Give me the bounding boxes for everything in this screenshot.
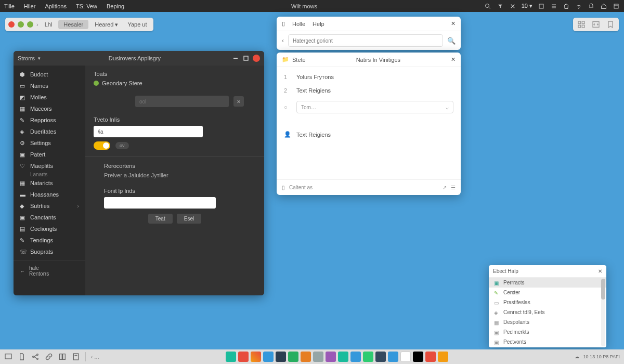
- help-item-2[interactable]: ▭Prastifeslas: [489, 297, 606, 307]
- help-item-4[interactable]: ▦Despolants: [489, 317, 606, 327]
- app-8[interactable]: [313, 352, 323, 362]
- app-terminal[interactable]: [413, 352, 423, 362]
- sidebar-item-2[interactable]: ◩Moiles: [14, 92, 85, 103]
- sidebar-item-7[interactable]: ▣Patert: [14, 149, 85, 160]
- help-item-3[interactable]: ◈Cenract tdl9, Eets: [489, 307, 606, 317]
- app-chrome[interactable]: [400, 352, 411, 362]
- home-icon[interactable]: [600, 3, 607, 10]
- close-icon[interactable]: [509, 3, 516, 10]
- back-button[interactable]: ‹: [282, 37, 284, 44]
- menu-item-3[interactable]: Aplitions: [45, 3, 67, 9]
- notes-close-button[interactable]: ✕: [451, 56, 456, 63]
- trash-icon[interactable]: [563, 3, 570, 10]
- clear-button[interactable]: ✕: [233, 96, 244, 107]
- share-icon[interactable]: ↗: [443, 185, 447, 190]
- maximize-button[interactable]: [242, 55, 250, 62]
- search-icon[interactable]: [484, 3, 491, 10]
- zoom-level[interactable]: 10 ▾: [522, 3, 532, 9]
- notes-tab[interactable]: Stete: [292, 57, 306, 63]
- search-input[interactable]: [288, 34, 443, 47]
- pager[interactable]: ‹ …: [91, 354, 99, 360]
- tb-pill[interactable]: Hesaler: [58, 20, 88, 29]
- app-14[interactable]: [388, 352, 398, 362]
- help-item-6[interactable]: ▣Pectvonts: [489, 337, 606, 347]
- scrollthumb[interactable]: [601, 279, 605, 300]
- app-7[interactable]: [301, 352, 311, 362]
- sidebar-item-14[interactable]: ✎Tendings: [14, 235, 85, 246]
- tb-window-icon[interactable]: [4, 353, 12, 361]
- filter-icon[interactable]: [497, 3, 504, 10]
- sidebar-item-0[interactable]: ⬢Budoct: [14, 69, 85, 80]
- tab-home[interactable]: Holle: [292, 21, 305, 27]
- app-3[interactable]: [251, 352, 261, 362]
- radio-icon[interactable]: ○: [284, 104, 290, 110]
- toggle-switch[interactable]: [94, 141, 110, 150]
- menu-item-file[interactable]: Tille: [4, 3, 15, 9]
- text-button[interactable]: Teat: [148, 214, 173, 224]
- tb-files-icon[interactable]: [18, 353, 26, 361]
- sidebar-item-12[interactable]: ▣Canctants: [14, 212, 85, 223]
- app-16[interactable]: [425, 352, 436, 362]
- code-icon[interactable]: [592, 20, 600, 29]
- tb-text2[interactable]: Yape ut: [124, 21, 150, 28]
- bell-icon[interactable]: [588, 3, 595, 10]
- home-close-button[interactable]: ✕: [451, 20, 456, 27]
- help-item-0[interactable]: ▣Perrracts: [489, 278, 606, 288]
- tb-link-icon[interactable]: [45, 353, 53, 361]
- light-input-2[interactable]: [104, 197, 216, 209]
- help-close-button[interactable]: ✕: [598, 268, 602, 274]
- app-6[interactable]: [288, 352, 298, 362]
- app-13[interactable]: [375, 352, 386, 362]
- sidebar-back[interactable]: ← haleRentorrs: [14, 261, 85, 281]
- sidebar-item-9[interactable]: ▦Nataricts: [14, 177, 85, 189]
- eset-button[interactable]: Esel: [177, 214, 201, 224]
- app-11[interactable]: [350, 352, 361, 362]
- sidebar-item-1[interactable]: ▭Names: [14, 80, 85, 92]
- app-1[interactable]: [226, 352, 236, 362]
- tray-cloud-icon[interactable]: ☁: [575, 354, 579, 359]
- light-input-1[interactable]: [94, 126, 203, 137]
- sidebar-item-13[interactable]: ▤Cocliongts: [14, 223, 85, 235]
- app-10[interactable]: [338, 352, 348, 362]
- tb-share-icon[interactable]: [31, 353, 40, 361]
- close-button[interactable]: [253, 55, 260, 62]
- tb-calc-icon[interactable]: [72, 353, 80, 361]
- menu-icon[interactable]: ☰: [451, 185, 456, 190]
- menu-item-2[interactable]: Hiler: [24, 3, 36, 9]
- sidebar-item-11[interactable]: ◆Sutrties: [14, 200, 85, 212]
- menu-item-5[interactable]: Beping: [107, 3, 124, 9]
- select-dropdown[interactable]: Tom…⌵: [296, 101, 453, 113]
- app-2[interactable]: [238, 352, 249, 362]
- sidebar-item-5[interactable]: ◈Dueritates: [14, 126, 85, 137]
- app-12[interactable]: [363, 352, 373, 362]
- bookmark-icon[interactable]: [606, 20, 615, 29]
- sidebar-item-15[interactable]: ☏Suoprats: [14, 246, 85, 257]
- sidebar-item-6[interactable]: ⚙Settings: [14, 137, 85, 149]
- help-item-5[interactable]: ▣Peclmerkts: [489, 327, 606, 337]
- grid-icon[interactable]: [577, 20, 586, 29]
- list-row-4[interactable]: 👤Text Reigiens: [282, 127, 456, 141]
- app-17[interactable]: [438, 352, 448, 362]
- app-9[interactable]: [326, 352, 336, 362]
- sidebar-item-10[interactable]: ▬Hoassanes: [14, 189, 85, 200]
- tab-help[interactable]: Help: [313, 21, 324, 27]
- list-row-1[interactable]: 1Yolurs Frутons: [282, 70, 456, 84]
- list-row-2[interactable]: 2Text Reigiens: [282, 84, 456, 97]
- sidebar-item-8[interactable]: ♡Maeplitts: [14, 160, 85, 172]
- dark-input-1[interactable]: [135, 96, 229, 107]
- tb-text1[interactable]: Heared ▾: [92, 21, 121, 28]
- help-item-1[interactable]: ✎Cerкter: [489, 288, 606, 297]
- sidebar-item-4[interactable]: ✎Repprioss: [14, 114, 85, 126]
- save-icon[interactable]: [538, 3, 545, 10]
- menu-item-4[interactable]: TS; Vew: [76, 3, 97, 9]
- traffic-close[interactable]: [8, 21, 15, 28]
- titlebar-left-label[interactable]: Strorrs: [18, 55, 35, 61]
- list-icon[interactable]: [550, 3, 557, 10]
- wifi-icon[interactable]: [575, 3, 582, 10]
- sidebar-item-3[interactable]: ▦Maccors: [14, 103, 85, 114]
- search-icon[interactable]: 🔍: [447, 37, 456, 45]
- tb-book-icon[interactable]: [58, 353, 67, 361]
- traffic-max[interactable]: [27, 21, 33, 28]
- app-5[interactable]: [276, 352, 286, 362]
- traffic-min[interactable]: [18, 21, 24, 28]
